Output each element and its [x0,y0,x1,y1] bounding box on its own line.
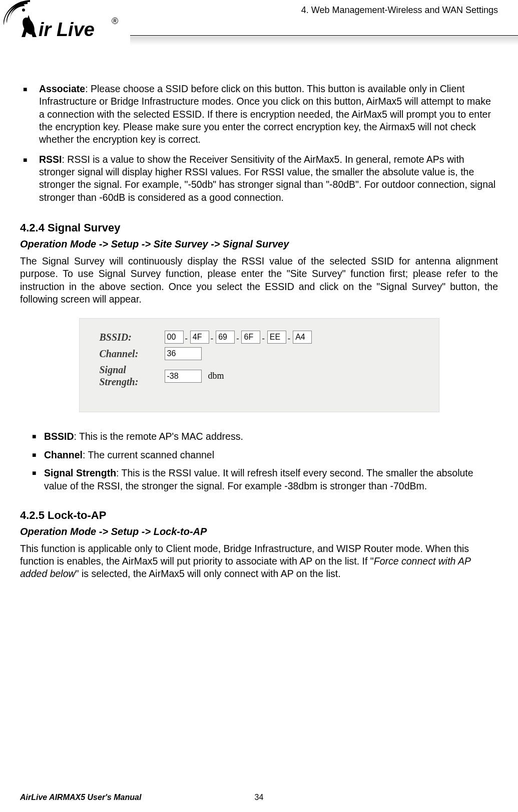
bullet-body: : This is the remote AP's MAC address. [74,431,243,442]
breadcrumb-424: Operation Mode -> Setup -> Site Survey -… [20,238,498,250]
list-item: ■ Signal Strength: This is the RSSI valu… [20,466,498,493]
svg-text:ir Live: ir Live [39,19,95,40]
mac-separator: - [185,334,188,343]
panel-row-signal: SignalStrength: dbm [100,364,429,388]
header-divider [130,35,518,45]
bssid-input-3[interactable] [216,331,235,344]
page-header: 4. Web Management-Wireless and WAN Setti… [0,0,518,58]
list-item: ■ RSSI: RSSI is a value to show the Rece… [20,153,498,204]
bullet-label: Channel [44,449,83,460]
bullet-label: RSSI [39,154,62,165]
signal-strength-label: SignalStrength: [100,364,165,388]
section-title-425: 4.2.5 Lock-to-AP [20,509,498,522]
bullet-label: Associate [39,83,85,94]
bullet-body: : RSSI is a value to show the Receiver S… [39,154,495,203]
bssid-input-2[interactable] [190,331,209,344]
panel-row-bssid: BSSID: - - - - - [100,331,429,344]
svg-text:®: ® [112,16,118,26]
dbm-label: dbm [208,371,224,381]
bullet-label: Signal Strength [44,467,116,478]
airlive-logo: ir Live ® [3,0,128,50]
svg-point-1 [22,9,25,12]
bullet-square-icon: ■ [20,430,44,443]
bullet-list-bottom: ■ BSSID: This is the remote AP's MAC add… [20,430,498,492]
bullet-text: Associate: Please choose a SSID before c… [39,83,498,146]
bullet-list-top: ■ Associate: Please choose a SSID before… [20,83,498,204]
bullet-square-icon: ■ [20,448,44,461]
bullet-text: Channel: The current scanned channel [44,448,498,461]
bullet-body: : Please choose a SSID before click on t… [39,83,491,145]
breadcrumb-425: Operation Mode -> Setup -> Lock-to-AP [20,526,498,537]
bullet-text: Signal Strength: This is the RSSI value.… [44,466,498,493]
bullet-square-icon: ■ [20,83,39,146]
bullet-text: BSSID: This is the remote AP's MAC addre… [44,430,498,443]
paragraph-424: The Signal Survey will continuously disp… [20,255,498,306]
para-425-after: " is selected, the AirMax5 will only con… [76,568,341,579]
page-footer: AirLive AIRMAX5 User's Manual 34 [20,793,498,802]
channel-label: Channel: [100,348,165,360]
mac-separator: - [288,334,290,343]
bssid-input-5[interactable] [267,331,286,344]
mac-separator: - [211,334,213,343]
mac-separator: - [236,334,239,343]
page-content: ■ Associate: Please choose a SSID before… [0,58,518,606]
bullet-text: RSSI: RSSI is a value to show the Receiv… [39,153,498,204]
signal-strength-input[interactable] [165,370,202,383]
list-item: ■ Channel: The current scanned channel [20,448,498,461]
bullet-body: : The current scanned channel [83,449,214,460]
channel-input[interactable] [165,347,202,360]
bssid-input-1[interactable] [165,331,184,344]
bssid-input-4[interactable] [241,331,260,344]
mac-separator: - [262,334,264,343]
bullet-square-icon: ■ [20,466,44,493]
list-item: ■ Associate: Please choose a SSID before… [20,83,498,146]
panel-row-channel: Channel: [100,347,429,360]
paragraph-425: This function is applicable only to Clie… [20,543,498,581]
header-chapter-line: 4. Web Management-Wireless and WAN Setti… [301,5,498,16]
section-title-424: 4.2.4 Signal Survey [20,221,498,234]
footer-manual-name: AirLive AIRMAX5 User's Manual [20,793,141,802]
footer-page-number: 34 [255,793,264,802]
signal-survey-panel: BSSID: - - - - - Channel: SignalStrength… [79,318,439,412]
bullet-label: BSSID [44,431,74,442]
bssid-input-6[interactable] [293,331,312,344]
bssid-label: BSSID: [100,332,165,343]
list-item: ■ BSSID: This is the remote AP's MAC add… [20,430,498,443]
bullet-square-icon: ■ [20,153,39,204]
